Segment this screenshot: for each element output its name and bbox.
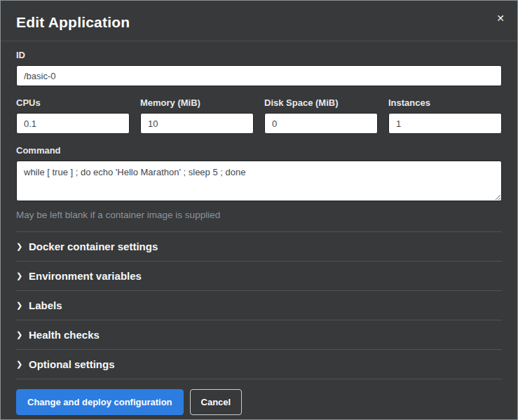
section-label: Labels	[29, 299, 62, 312]
command-textarea[interactable]: while [ true ] ; do echo 'Hello Marathon…	[16, 161, 502, 201]
instances-input[interactable]	[388, 113, 502, 134]
disk-field-group: Disk Space (MiB)	[264, 97, 378, 134]
section-label: Optional settings	[29, 358, 115, 371]
modal-body: ID CPUs Memory (MiB) Disk Space (MiB) In…	[1, 41, 517, 379]
command-field-group: Command while [ true ] ; do echo 'Hello …	[16, 145, 502, 222]
section-label: Docker container settings	[29, 240, 158, 253]
chevron-right-icon: ❯	[16, 299, 29, 312]
change-and-deploy-button[interactable]: Change and deploy configuration	[16, 389, 184, 415]
id-field-group: ID	[16, 50, 502, 86]
modal-header: Edit Application ✕	[1, 1, 517, 41]
disk-label: Disk Space (MiB)	[264, 97, 378, 109]
resources-row: CPUs Memory (MiB) Disk Space (MiB) Insta…	[16, 97, 502, 134]
cpus-input[interactable]	[16, 113, 130, 134]
page-title: Edit Application	[16, 13, 502, 32]
disk-input[interactable]	[264, 113, 378, 134]
chevron-right-icon: ❯	[16, 358, 29, 371]
cpus-label: CPUs	[16, 97, 130, 109]
modal-footer: Change and deploy configuration Cancel	[1, 379, 517, 420]
command-help-text: May be left blank if a container image i…	[16, 208, 502, 222]
section-labels[interactable]: ❯ Labels	[16, 290, 502, 320]
collapsible-sections: ❯ Docker container settings ❯ Environmen…	[16, 231, 502, 379]
instances-label: Instances	[388, 97, 502, 109]
cpus-field-group: CPUs	[16, 97, 130, 134]
memory-field-group: Memory (MiB)	[140, 97, 254, 134]
section-docker-container-settings[interactable]: ❯ Docker container settings	[16, 231, 502, 261]
close-button[interactable]: ✕	[493, 11, 507, 26]
edit-application-modal: Edit Application ✕ ID CPUs Memory (MiB) …	[0, 0, 518, 420]
section-health-checks[interactable]: ❯ Health checks	[16, 320, 502, 349]
section-optional-settings[interactable]: ❯ Optional settings	[16, 349, 502, 379]
section-label: Health checks	[29, 328, 100, 341]
chevron-right-icon: ❯	[16, 328, 29, 341]
section-label: Environment variables	[29, 269, 142, 283]
id-label: ID	[16, 50, 502, 61]
chevron-right-icon: ❯	[16, 269, 29, 283]
instances-field-group: Instances	[388, 97, 502, 134]
id-input[interactable]	[16, 65, 502, 86]
memory-input[interactable]	[140, 113, 254, 134]
close-icon: ✕	[496, 13, 505, 24]
cancel-button[interactable]: Cancel	[190, 389, 243, 415]
memory-label: Memory (MiB)	[140, 97, 254, 109]
section-environment-variables[interactable]: ❯ Environment variables	[16, 261, 502, 290]
command-label: Command	[16, 145, 502, 156]
chevron-right-icon: ❯	[16, 240, 29, 253]
